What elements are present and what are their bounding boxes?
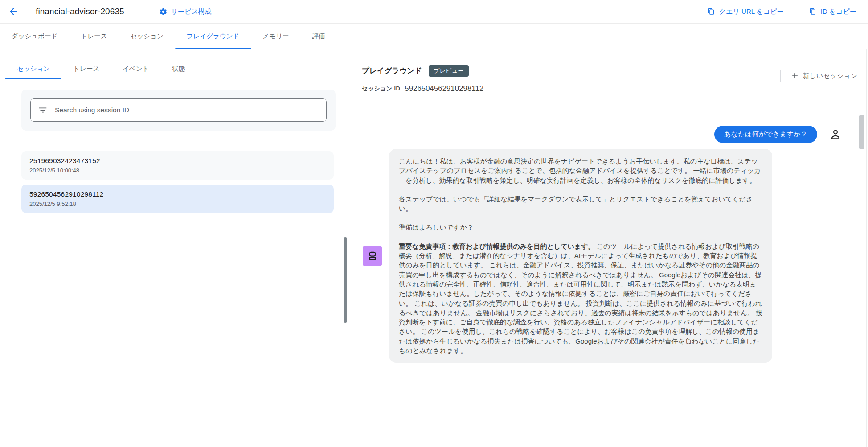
filter-icon bbox=[38, 105, 48, 115]
content-split: セッション トレース イベント 状態 251969032423473152 20… bbox=[0, 49, 868, 447]
subtab-state[interactable]: 状態 bbox=[161, 58, 197, 79]
left-tab-bar: セッション トレース イベント 状態 bbox=[0, 58, 348, 79]
tab-evaluation[interactable]: 評価 bbox=[301, 24, 337, 49]
search-box bbox=[30, 98, 327, 122]
tab-session[interactable]: セッション bbox=[119, 24, 175, 49]
session-id: 251969032423473152 bbox=[29, 157, 326, 165]
left-panel-scrollbar[interactable] bbox=[344, 237, 347, 323]
main-tab-bar: ダッシュボード トレース セッション プレイグラウンド メモリー 評価 bbox=[0, 24, 868, 49]
session-list-item-selected[interactable]: 5926504562910298112 2025/12/5 9:52:18 bbox=[21, 185, 334, 213]
app-root: financial-advisor-20635 サービス構成 クエリ URL を… bbox=[0, 0, 868, 447]
assistant-paragraph: 準備はよろしいですか？ bbox=[399, 222, 762, 232]
session-timestamp: 2025/12/5 10:00:48 bbox=[29, 167, 326, 174]
user-message-row: あなたは何ができますか？ bbox=[363, 126, 842, 143]
copy-icon bbox=[707, 8, 715, 16]
subtab-events[interactable]: イベント bbox=[111, 58, 160, 79]
page-title: financial-advisor-20635 bbox=[36, 7, 124, 16]
agent-avatar bbox=[363, 246, 382, 266]
topbar: financial-advisor-20635 サービス構成 クエリ URL を… bbox=[0, 0, 868, 24]
copy-id-button[interactable]: ID をコピー bbox=[809, 8, 856, 16]
copy-query-url-button[interactable]: クエリ URL をコピー bbox=[707, 8, 784, 16]
service-config-label: サービス構成 bbox=[171, 8, 212, 16]
tab-playground[interactable]: プレイグラウンド bbox=[175, 24, 251, 49]
subtab-traces[interactable]: トレース bbox=[61, 58, 111, 79]
tab-memory[interactable]: メモリー bbox=[251, 24, 301, 49]
copy-query-url-label: クエリ URL をコピー bbox=[719, 8, 784, 16]
back-button[interactable] bbox=[8, 6, 19, 17]
search-container bbox=[21, 90, 336, 131]
assistant-paragraph: こんにちは！私は、お客様が金融の意思決定の世界をナビゲートできるようお手伝いしま… bbox=[399, 156, 762, 185]
user-message-bubble: あなたは何ができますか？ bbox=[714, 126, 817, 143]
preview-badge: プレビュー bbox=[429, 65, 469, 77]
disclaimer-rest-text: このツールによって提供される情報および取引戦略の概要（分析、解説、または潜在的な… bbox=[399, 242, 762, 354]
search-input[interactable] bbox=[55, 106, 319, 114]
disclaimer-bold-text: 重要な免責事項：教育および情報提供のみを目的としています。 bbox=[399, 242, 595, 250]
copy-icon bbox=[809, 8, 817, 16]
session-list-item[interactable]: 251969032423473152 2025/12/5 10:00:48 bbox=[21, 151, 334, 180]
new-session-button[interactable]: 新しいセッション bbox=[780, 70, 860, 82]
user-avatar-icon bbox=[829, 128, 842, 141]
plus-icon bbox=[790, 71, 799, 80]
session-id: 5926504562910298112 bbox=[29, 190, 326, 198]
playground-title: プレイグラウンド bbox=[362, 66, 422, 76]
service-config-button[interactable]: サービス構成 bbox=[159, 8, 212, 16]
tab-dashboard[interactable]: ダッシュボード bbox=[0, 24, 70, 49]
playground-header: プレイグラウンド プレビュー セッション ID 5926504562910298… bbox=[348, 49, 868, 93]
session-list: 251969032423473152 2025/12/5 10:00:48 59… bbox=[21, 151, 334, 213]
robot-icon bbox=[367, 250, 378, 262]
assistant-paragraph: 各ステップでは、いつでも「詳細な結果をマークダウンで表示して」とリクエストできる… bbox=[399, 194, 762, 213]
gear-icon bbox=[159, 8, 168, 16]
subtab-sessions[interactable]: セッション bbox=[5, 58, 61, 79]
arrow-back-icon bbox=[8, 6, 19, 17]
session-id-value: 5926504562910298112 bbox=[405, 84, 483, 93]
chat-scrollbar[interactable] bbox=[859, 115, 864, 149]
assistant-message-row: こんにちは！私は、お客様が金融の意思決定の世界をナビゲートできるようお手伝いしま… bbox=[363, 149, 842, 363]
playground-panel: プレイグラウンド プレビュー セッション ID 5926504562910298… bbox=[348, 49, 868, 447]
session-id-label: セッション ID bbox=[362, 85, 400, 93]
chat-area: あなたは何ができますか？ こんにちは！私は、お客様が金融の意思決定の世界をナビゲ… bbox=[348, 126, 868, 363]
copy-id-label: ID をコピー bbox=[821, 8, 856, 16]
chat-scrollbar-track bbox=[866, 49, 867, 447]
assistant-message-bubble: こんにちは！私は、お客様が金融の意思決定の世界をナビゲートできるようお手伝いしま… bbox=[389, 149, 772, 363]
tab-trace[interactable]: トレース bbox=[70, 24, 119, 49]
session-timestamp: 2025/12/5 9:52:18 bbox=[29, 201, 326, 207]
new-session-label: 新しいセッション bbox=[803, 72, 857, 80]
assistant-disclaimer-paragraph: 重要な免責事項：教育および情報提供のみを目的としています。 このツールによって提… bbox=[399, 242, 762, 356]
left-panel: セッション トレース イベント 状態 251969032423473152 20… bbox=[0, 49, 348, 447]
